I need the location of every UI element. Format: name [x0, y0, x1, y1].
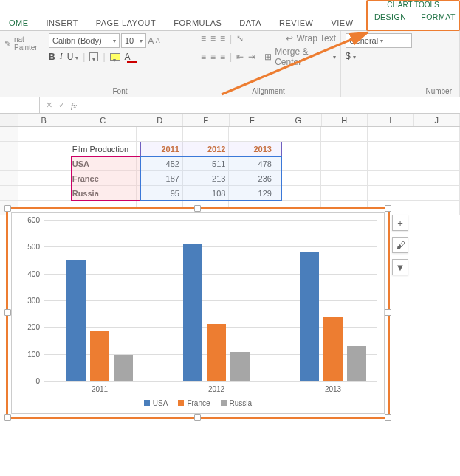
col-header[interactable]: C	[69, 114, 137, 126]
border-button[interactable]	[89, 52, 98, 61]
bold-button[interactable]: B	[49, 52, 55, 62]
cell[interactable]	[275, 171, 322, 186]
tab-view[interactable]: VIEW	[322, 15, 362, 30]
resize-handle[interactable]	[4, 414, 11, 421]
cell[interactable]	[413, 201, 460, 215]
tab-data[interactable]: DATA	[230, 15, 270, 30]
cell[interactable]: 187	[137, 171, 183, 186]
bar[interactable]	[66, 260, 86, 381]
bar[interactable]	[323, 317, 343, 381]
cell[interactable]: 95	[137, 186, 183, 201]
tab-formulas[interactable]: FORMULAS	[165, 15, 230, 30]
chart-elements-button[interactable]: +	[392, 215, 408, 231]
number-format-combo[interactable]: General	[346, 33, 412, 48]
decrease-indent-icon[interactable]: ⇤	[236, 52, 244, 62]
chart-area[interactable]: 0100200300400500600201120122013 USAFranc…	[11, 212, 385, 414]
decrease-font-icon[interactable]: A	[156, 37, 160, 44]
resize-handle[interactable]	[194, 414, 201, 421]
cell[interactable]: Film Production	[69, 142, 137, 156]
cell[interactable]: 2013	[229, 142, 275, 156]
col-header[interactable]: E	[183, 114, 230, 126]
cell[interactable]	[413, 127, 460, 142]
cell[interactable]	[413, 171, 460, 186]
italic-button[interactable]: I	[60, 51, 63, 62]
resize-handle[interactable]	[194, 205, 201, 212]
tab-chart-design[interactable]: DESIGN	[367, 10, 413, 24]
cell[interactable]	[321, 171, 368, 186]
cell[interactable]	[368, 127, 414, 142]
resize-handle[interactable]	[4, 309, 11, 316]
bar-group[interactable]	[300, 252, 366, 381]
bar[interactable]	[347, 346, 366, 381]
cell[interactable]: Russia	[69, 186, 137, 201]
cell[interactable]	[275, 127, 322, 142]
legend-item[interactable]: USA	[144, 399, 168, 407]
resize-handle[interactable]	[385, 414, 391, 421]
cell[interactable]	[69, 127, 137, 142]
cell[interactable]: 213	[183, 171, 230, 186]
bar[interactable]	[183, 244, 202, 381]
bar-group[interactable]	[183, 244, 250, 381]
enter-icon[interactable]: ✓	[58, 100, 65, 110]
cell[interactable]	[18, 186, 69, 201]
bar[interactable]	[114, 355, 133, 381]
wrap-text-button[interactable]: ↩Wrap Text	[286, 33, 336, 44]
cell[interactable]: 511	[183, 156, 230, 171]
cell[interactable]	[18, 142, 69, 156]
cell[interactable]	[229, 127, 275, 142]
cell[interactable]	[321, 127, 368, 142]
resize-handle[interactable]	[4, 205, 11, 212]
chart-styles-button[interactable]: 🖌	[392, 237, 408, 253]
cell[interactable]	[18, 156, 69, 171]
cell[interactable]: 2011	[137, 142, 183, 156]
bar[interactable]	[207, 324, 226, 381]
tab-review[interactable]: REVIEW	[270, 15, 322, 30]
font-name-combo[interactable]: Calibri (Body)	[49, 33, 120, 48]
bar[interactable]	[230, 352, 250, 381]
cell[interactable]	[413, 142, 460, 156]
cell[interactable]	[321, 156, 368, 171]
align-right-icon[interactable]: ≡	[220, 52, 225, 62]
tab-insert[interactable]: INSERT	[38, 15, 87, 30]
name-box[interactable]	[0, 97, 40, 113]
resize-handle[interactable]	[385, 205, 391, 212]
fx-icon[interactable]: fx	[71, 101, 77, 110]
cell[interactable]	[368, 171, 414, 186]
format-painter-button[interactable]: ✎ nat Painter	[4, 35, 39, 52]
cell[interactable]	[321, 186, 368, 201]
cancel-icon[interactable]: ✕	[46, 100, 52, 110]
plot-area[interactable]: 0100200300400500600201120122013	[44, 220, 377, 381]
increase-font-icon[interactable]: A	[148, 35, 154, 46]
cell[interactable]	[275, 142, 322, 156]
col-header[interactable]: I	[368, 114, 414, 126]
cell[interactable]: USA	[69, 156, 137, 171]
bar[interactable]	[90, 331, 109, 381]
col-header[interactable]: H	[322, 114, 368, 126]
row-header[interactable]	[0, 142, 18, 156]
align-center-icon[interactable]: ≡	[210, 52, 216, 62]
cell[interactable]	[18, 127, 69, 142]
cell[interactable]: 452	[137, 156, 183, 171]
underline-button[interactable]: U	[67, 52, 79, 62]
chart-legend[interactable]: USAFranceRussia	[12, 399, 384, 407]
cell[interactable]	[368, 156, 414, 171]
cell[interactable]: 108	[183, 186, 230, 201]
cell[interactable]: 478	[229, 156, 275, 171]
legend-item[interactable]: France	[178, 399, 210, 407]
cell[interactable]: France	[69, 171, 137, 186]
col-header[interactable]: B	[18, 114, 69, 126]
col-header[interactable]: J	[414, 114, 460, 126]
align-middle-icon[interactable]: ≡	[210, 33, 216, 44]
increase-indent-icon[interactable]: ⇥	[248, 52, 255, 62]
tab-page-layout[interactable]: PAGE LAYOUT	[87, 15, 165, 30]
col-header[interactable]: G	[275, 114, 322, 126]
cell[interactable]	[275, 186, 322, 201]
accounting-format-button[interactable]: $	[346, 51, 356, 61]
col-header[interactable]: D	[137, 114, 184, 126]
cell[interactable]	[18, 171, 69, 186]
cell[interactable]: 129	[229, 186, 275, 201]
orientation-icon[interactable]: ⤡	[236, 33, 244, 44]
embedded-chart[interactable]: 0100200300400500600201120122013 USAFranc…	[6, 207, 390, 419]
tab-chart-format[interactable]: FORMAT	[413, 10, 460, 24]
chart-filters-button[interactable]: ▼	[392, 259, 408, 275]
